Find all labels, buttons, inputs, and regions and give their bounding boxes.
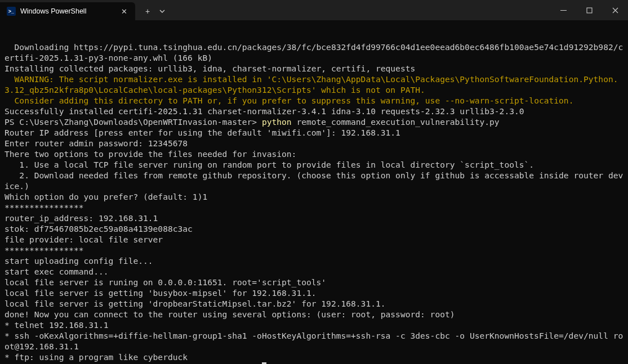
prompt-line: PS C:\Users\Zhang\Downloads\OpenWRTInvas…: [5, 116, 623, 127]
output-line: 1. Use a local TCP file server runing on…: [5, 159, 623, 170]
titlebar: >_ Windows PowerShell ✕ +: [0, 0, 628, 20]
output-line: local file server is getting 'busybox-mi…: [5, 287, 623, 298]
output-line: * ssh -oKexAlgorithms=+diffie-hellman-gr…: [5, 330, 623, 352]
tab-actions: +: [135, 2, 168, 20]
output-line: * telnet 192.168.31.1: [5, 320, 623, 330]
terminal-output[interactable]: Downloading https://pypi.tuna.tsinghua.e…: [0, 20, 628, 364]
output-line: Installing collected packages: urllib3, …: [5, 63, 623, 74]
close-button[interactable]: [602, 0, 628, 20]
command-executable: python: [262, 117, 292, 127]
warning-line: Consider adding this directory to PATH o…: [5, 95, 623, 106]
output-line: router_ip_address: 192.168.31.1: [5, 213, 623, 223]
svg-rect-0: [587, 8, 592, 13]
output-line: * ftp: using a program like cyberduck: [5, 352, 623, 362]
output-line: [5, 31, 623, 42]
command-args: remote_command_execution_vulnerability.p…: [292, 117, 500, 127]
new-tab-button[interactable]: +: [139, 2, 157, 20]
output-line: ****************: [5, 202, 623, 213]
output-line: start exec command...: [5, 266, 623, 277]
output-line: There two options to provide the files n…: [5, 149, 623, 159]
warning-line: WARNING: The script normalizer.exe is in…: [5, 74, 623, 95]
output-line: local file server is runing on 0.0.0.0:1…: [5, 277, 623, 287]
tab-dropdown-button[interactable]: [157, 2, 168, 20]
tab-title: Windows PowerShell: [20, 7, 114, 15]
output-line: file provider: local file server: [5, 234, 623, 245]
output-line: Successfully installed certifi-2025.1.31…: [5, 106, 623, 116]
output-line: 2. Download needed files from remote git…: [5, 170, 623, 191]
output-line: start uploading config file...: [5, 255, 623, 266]
output-line: Which option do you prefer? (default: 1)…: [5, 191, 623, 202]
prompt-text: PS C:\Users\Zhang\Downloads\OpenWRTInvas…: [5, 117, 262, 127]
window-controls: [550, 0, 628, 20]
output-line: Enter router admin password: 12345678: [5, 138, 623, 149]
maximize-button[interactable]: [576, 0, 602, 20]
output-line: Downloading https://pypi.tuna.tsinghua.e…: [5, 42, 623, 63]
output-line: stok: df75467085b2ec59a08a4139e088c3ac: [5, 223, 623, 234]
tab-close-button[interactable]: ✕: [118, 6, 130, 17]
output-line: done! Now you can connect to the router …: [5, 309, 623, 320]
minimize-button[interactable]: [550, 0, 576, 20]
output-line: Router IP address [press enter for using…: [5, 127, 623, 138]
output-line: ****************: [5, 245, 623, 255]
output-line: local file server is getting 'dropbearSt…: [5, 298, 623, 309]
powershell-icon: >_: [7, 7, 16, 16]
tab-powershell[interactable]: >_ Windows PowerShell ✕: [0, 2, 135, 20]
